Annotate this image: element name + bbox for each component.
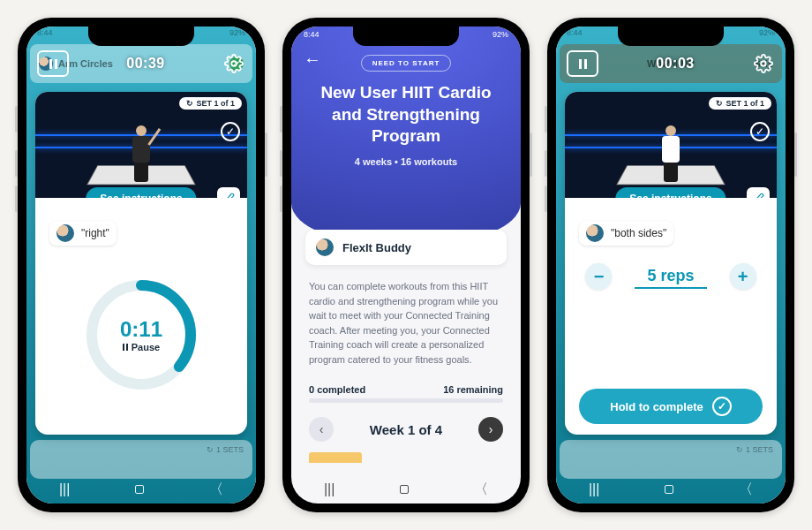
android-navbar[interactable]: ||| 〈 [556,479,786,500]
program-subtitle: 4 weeks • 16 workouts [311,156,501,167]
prev-week-button[interactable]: ‹ [309,417,334,442]
recents-icon[interactable]: ||| [59,481,70,497]
home-icon[interactable] [400,485,409,494]
reps-value: 5 reps [635,265,706,289]
next-exercise-peek: ↻ 1 SETS [30,440,252,479]
svg-point-0 [231,61,237,66]
trainer-caption: "both sides" [579,221,673,246]
countdown-ring[interactable]: 0:11 Pause [84,277,199,392]
trainer-avatar [586,224,604,242]
exercise-video[interactable]: ↻SET 1 of 1 ✓ See instructions [565,92,777,198]
program-title: New User HIIT Cardio and Strengthening P… [311,82,501,148]
next-exercise-peek: ↻ 1 SETS [560,440,782,479]
pause-countdown-button[interactable]: Pause [123,342,160,352]
trainer-avatar [56,224,74,242]
remaining-label: 16 remaining [443,384,503,395]
mark-complete-button[interactable]: ✓ [750,122,770,141]
back-icon[interactable]: 〈 [739,481,753,499]
home-icon[interactable] [665,485,673,494]
android-navbar[interactable]: ||| 〈 [26,479,256,500]
settings-button[interactable] [752,52,775,75]
buddy-card[interactable]: FlexIt Buddy [305,230,507,265]
edit-icon [222,193,235,198]
edit-icon [752,193,764,198]
recents-icon[interactable]: ||| [589,481,599,497]
recents-icon[interactable]: ||| [324,481,335,497]
week-label: Week 1 of 4 [370,422,442,437]
mark-complete-button[interactable]: ✓ [221,122,240,141]
trainer-caption: "right" [49,221,117,246]
exercise-card: ↻SET 1 of 1 ✓ See instructions "both sid… [565,92,777,435]
exercise-card: ↻SET 1 of 1 ✓ See instructions "right" [35,92,247,435]
see-instructions-button[interactable]: See instructions [615,187,726,198]
decrease-reps-button[interactable]: − [585,263,612,290]
set-chip: ↻SET 1 of 1 [709,97,771,110]
gear-icon [754,54,773,73]
pause-button[interactable] [37,50,69,77]
program-description: You can complete workouts from this HIIT… [291,274,521,372]
completed-label: 0 completed [309,384,365,395]
edit-button[interactable] [217,187,240,198]
set-chip: ↻SET 1 of 1 [179,97,242,110]
buddy-avatar [316,238,334,256]
home-icon[interactable] [135,485,144,494]
gear-icon [224,54,244,73]
back-icon[interactable]: 〈 [474,481,488,499]
see-instructions-button[interactable]: See instructions [86,187,196,198]
increase-reps-button[interactable]: + [730,263,756,290]
svg-point-3 [761,61,766,66]
refresh-icon: ↻ [716,99,723,108]
workout-timer: 00:39 [78,56,214,72]
next-week-button[interactable]: › [478,417,503,442]
back-icon[interactable]: 〈 [209,481,223,499]
program-status-pill: NEED TO START [361,55,452,72]
hold-to-complete-button[interactable]: Hold to complete ✓ [579,389,763,424]
exercise-video[interactable]: ↻SET 1 of 1 ✓ See instructions [35,92,247,198]
refresh-icon: ↻ [186,99,193,108]
android-navbar[interactable]: ||| 〈 [291,479,521,500]
workout-timer: 00:03 [607,56,743,72]
week-content-peek [309,452,362,463]
settings-button[interactable] [222,52,245,75]
check-icon: ✓ [712,397,732,416]
back-button[interactable]: ← [304,49,321,70]
edit-button[interactable] [747,187,770,198]
countdown-time: 0:11 [120,317,162,342]
pause-button[interactable] [567,50,598,77]
program-hero: 8:44 92% ← NEED TO START New User HIIT C… [291,26,521,247]
